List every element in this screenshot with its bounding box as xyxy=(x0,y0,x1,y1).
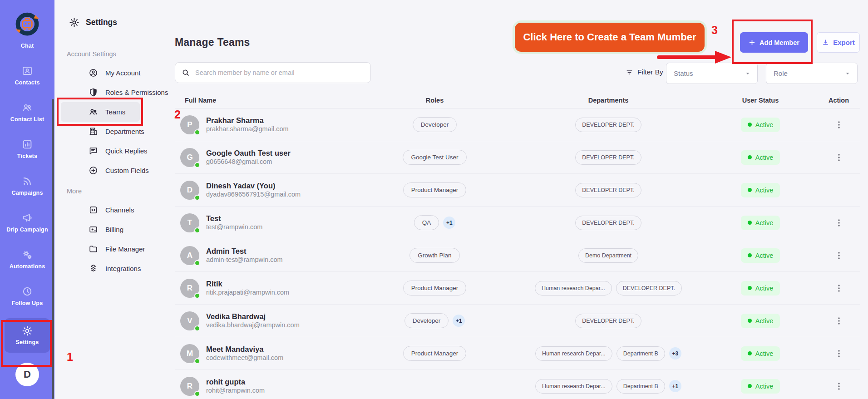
cell-user-status: Active xyxy=(704,248,817,263)
user-avatar[interactable]: D xyxy=(15,363,39,386)
settings-nav-item-integrations[interactable]: Integrations xyxy=(54,259,170,278)
status-label: Active xyxy=(755,317,774,325)
settings-nav-item-departments[interactable]: Departments xyxy=(54,122,170,141)
sidebar-item-label: Follow Ups xyxy=(12,300,43,306)
cell-departments: Human research Depar...Department B+1 xyxy=(513,379,704,394)
drip-campaign-icon xyxy=(22,212,33,223)
role-filter-dropdown[interactable]: Role xyxy=(766,63,858,84)
settings-nav: Settings Account SettingsMy AccountRoles… xyxy=(54,0,170,399)
cell-roles: Google Test User xyxy=(356,150,513,165)
status-dot-icon xyxy=(748,123,752,127)
department-chip: DEVELOPER DEPT. xyxy=(575,118,641,132)
online-status-dot xyxy=(194,129,200,135)
add-member-button[interactable]: Add Member xyxy=(740,32,808,53)
row-actions-kebab-icon[interactable] xyxy=(834,282,844,294)
table-row: PPrakhar Sharmaprakhar.sharma@gmail.comD… xyxy=(175,108,860,141)
sidebar-item-drip-campaign[interactable]: Drip Campaign xyxy=(6,212,48,233)
row-actions-kebab-icon[interactable] xyxy=(834,380,844,392)
file-manager-icon xyxy=(89,244,98,254)
sidebar-item-contact-list[interactable]: Contact List xyxy=(10,102,44,123)
member-name: Test xyxy=(206,214,262,223)
settings-nav-item-label: Billing xyxy=(105,226,123,233)
online-status-dot xyxy=(194,325,200,331)
department-chip: Department B xyxy=(616,379,665,394)
member-name: rohit gupta xyxy=(206,377,265,387)
sidebar-item-tickets[interactable]: Tickets xyxy=(17,139,37,159)
sidebar-item-campaigns[interactable]: Campaigns xyxy=(11,176,43,196)
sidebar-item-label: Campaigns xyxy=(11,190,43,196)
export-label: Export xyxy=(833,39,855,46)
status-filter-dropdown[interactable]: Status xyxy=(666,63,758,84)
column-header-departments: Departments xyxy=(513,97,704,104)
scrollbar-thumb[interactable] xyxy=(52,99,54,399)
status-dot-icon xyxy=(748,188,752,192)
main-content: Manage Teams Add Member Export Filter By… xyxy=(170,0,868,399)
sidebar-item-automations[interactable]: Automations xyxy=(10,249,45,270)
cell-action xyxy=(817,217,860,229)
search-box[interactable] xyxy=(175,62,371,83)
status-badge: Active xyxy=(741,314,780,328)
role-chip: Product Manager xyxy=(403,346,467,361)
cell-user-status: Active xyxy=(704,150,817,165)
status-badge: Active xyxy=(741,281,780,296)
settings-nav-item-billing[interactable]: Billing xyxy=(54,220,170,239)
more-roles-badge[interactable]: +1 xyxy=(443,217,455,229)
sidebar-item-settings[interactable]: Settings xyxy=(5,318,50,353)
cell-action xyxy=(817,119,860,131)
online-status-dot xyxy=(194,227,200,233)
settings-section-label: More xyxy=(54,187,170,197)
sidebar-item-chat[interactable]: Chat xyxy=(21,43,34,49)
sidebar-item-label: Contacts xyxy=(15,79,39,86)
download-icon xyxy=(822,39,829,46)
cell-user-status: Active xyxy=(704,314,817,328)
status-label: Active xyxy=(755,121,774,128)
cell-full-name: AAdmin Testadmin-test@rampwin.com xyxy=(175,246,356,265)
sidebar: ChatContactsContact ListTicketsCampaigns… xyxy=(0,0,54,399)
filter-by-label: Filter By xyxy=(626,68,663,76)
department-chip: Human research Depar... xyxy=(535,281,612,296)
settings-nav-item-quick-replies[interactable]: Quick Replies xyxy=(54,141,170,161)
cell-user-status: Active xyxy=(704,216,817,230)
settings-nav-item-label: Roles & Permissions xyxy=(105,89,168,96)
settings-nav-item-my-account[interactable]: My Account xyxy=(54,63,170,83)
online-status-dot xyxy=(194,195,200,201)
status-badge: Active xyxy=(741,248,780,263)
settings-nav-header: Settings xyxy=(54,17,170,28)
member-identity: Meet Mandaviyacodewithmeet@gmail.com xyxy=(206,345,283,362)
cell-user-status: Active xyxy=(704,183,817,197)
member-avatar: G xyxy=(180,148,199,167)
member-name: Google Oauth Test user xyxy=(206,148,291,158)
cell-departments: DEVELOPER DEPT. xyxy=(513,183,704,197)
cell-full-name: Rrohit guptarohit@rampwin.com xyxy=(175,377,356,396)
cell-full-name: PPrakhar Sharmaprakhar.sharma@gmail.com xyxy=(175,115,356,134)
sidebar-item-label: Tickets xyxy=(17,153,37,159)
chevron-down-icon xyxy=(844,70,851,77)
sidebar-item-follow-ups[interactable]: Follow Ups xyxy=(12,286,43,306)
row-actions-kebab-icon[interactable] xyxy=(834,217,844,229)
more-departments-badge[interactable]: +3 xyxy=(669,347,681,360)
settings-nav-item-roles-permissions[interactable]: Roles & Permissions xyxy=(54,83,170,102)
more-departments-badge[interactable]: +1 xyxy=(669,380,681,392)
search-input[interactable] xyxy=(194,69,364,77)
more-roles-badge[interactable]: +1 xyxy=(453,315,465,327)
add-member-label: Add Member xyxy=(760,39,799,46)
settings-nav-item-channels[interactable]: Channels xyxy=(54,200,170,220)
row-actions-kebab-icon[interactable] xyxy=(834,250,844,261)
settings-nav-item-custom-fields[interactable]: Custom Fields xyxy=(54,161,170,180)
department-chip: Human research Depar... xyxy=(535,379,612,394)
row-actions-kebab-icon[interactable] xyxy=(834,315,844,327)
role-chip: Growth Plan xyxy=(409,248,459,263)
shield-icon xyxy=(89,88,98,97)
cell-departments: DEVELOPER DEPT. xyxy=(513,118,704,132)
sidebar-item-contacts[interactable]: Contacts xyxy=(15,65,39,86)
table-header: Full NameRolesDepartmentsUser StatusActi… xyxy=(175,92,860,108)
row-actions-kebab-icon[interactable] xyxy=(834,348,844,360)
chevron-down-icon xyxy=(745,70,751,77)
export-button[interactable]: Export xyxy=(817,32,860,53)
settings-nav-item-teams[interactable]: Teams xyxy=(61,102,140,122)
cell-roles: QA+1 xyxy=(356,215,513,230)
row-actions-kebab-icon[interactable] xyxy=(834,119,844,131)
settings-nav-item-file-manager[interactable]: File Manager xyxy=(54,239,170,259)
row-actions-kebab-icon[interactable] xyxy=(834,152,844,163)
cell-departments: Human research Depar...DEVELOPER DEPT. xyxy=(513,281,704,296)
